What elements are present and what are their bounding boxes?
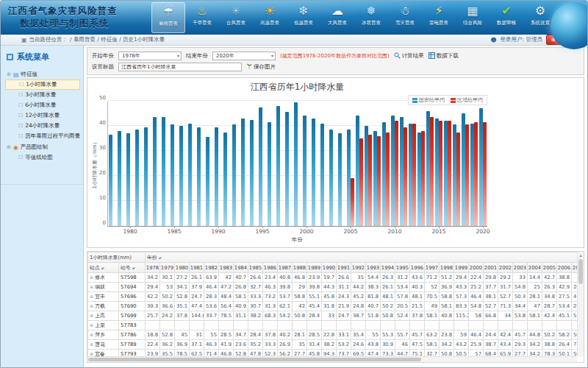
expand-icon[interactable]: ⊕ [7,71,11,77]
year-column-header[interactable]: 2007 [572,263,577,273]
value-cell: 24.7 [190,292,204,302]
year-column-header[interactable]: 1998 [440,263,454,273]
year-column-header[interactable]: 2006 [557,263,572,273]
year-column-header[interactable]: 2005 [542,263,557,273]
year-column-header[interactable]: 1978 [146,263,160,273]
value-cell: 45 [175,330,190,340]
sidebar-item[interactable]: ☐24小时降水量 [5,121,80,131]
checkbox-icon[interactable]: ☐ [18,92,23,98]
year-column-header[interactable]: 2004 [528,263,542,273]
station-name-cell[interactable]: ⊕ 宜丰 [88,292,119,302]
expand-row-icon[interactable]: ⊕ [90,342,93,347]
station-name-cell[interactable]: ⊕ 修水 [88,273,119,283]
toolbar-item-data-review[interactable]: ✔数据审核 [490,2,523,33]
station-column-header[interactable]: 站点 ▴▾ [88,263,119,273]
expand-row-icon[interactable]: ⊕ [90,275,93,280]
toolbar-item-composite-risk[interactable]: ▦综合风险 [456,2,490,33]
expand-icon[interactable]: ⊕ [7,144,11,150]
year-column-header[interactable]: 1982 [204,263,219,273]
year-column-header[interactable]: 1987 [278,263,293,273]
sidebar-group-product-mapping[interactable]: ⊕◉产品图绘制 [5,141,80,152]
expand-row-icon[interactable]: ⊕ [90,332,93,337]
expand-row-icon[interactable]: ⊕ [90,303,93,308]
toolbar-item-low-temp[interactable]: ❄低温普查 [287,2,320,33]
sidebar-item[interactable]: ☐12小时降水量 [5,110,80,121]
checkbox-icon[interactable]: ☐ [18,113,23,118]
year-column-header[interactable]: 1983 [219,263,234,273]
toolbar-item-hail[interactable]: ❅冰雹普查 [354,2,388,33]
year-column-header[interactable]: 1984 [234,263,248,273]
toolbar-item-high-temp[interactable]: ☀高温普查 [253,2,287,33]
year-column-header[interactable]: 1995 [395,263,410,273]
end-year-select[interactable]: 2020年▾ [212,52,276,60]
expand-row-icon[interactable]: ⊕ [90,322,93,328]
year-column-header[interactable]: 1991 [337,263,351,273]
station-name-cell[interactable]: ⊕ 万载 [88,302,119,311]
start-year-select[interactable]: 1978年▾ [118,52,182,60]
year-column-header[interactable]: 1979 [160,263,175,273]
year-column-header[interactable]: 1988 [293,263,307,273]
checkbox-icon[interactable]: ☐ [19,82,24,88]
vertical-scroll-thumb[interactable] [578,259,583,284]
checkbox-icon[interactable]: ☐ [18,123,23,129]
station-name-cell[interactable]: ⊕ 上高 [88,311,119,321]
year-dimension-header[interactable]: 年份 ▴▾ [146,252,577,263]
year-column-header[interactable]: 1980 [175,263,190,273]
chart-title-input[interactable] [118,63,242,71]
toolbar-item-lightning[interactable]: ⚡雷电普查 [422,2,456,33]
station-id-column-header[interactable]: 站号 ▴▾ [119,263,146,273]
checkbox-icon[interactable]: ☐ [18,133,23,139]
toolbar-item-settings[interactable]: ⚙系统设置 [523,2,557,33]
year-column-header[interactable]: 1997 [425,263,440,273]
year-column-header[interactable]: 1986 [263,263,278,273]
expand-row-icon[interactable]: ⊕ [90,294,93,299]
toolbar-item-rainstorm[interactable]: ☔暴雨普查 [151,2,185,33]
year-column-header[interactable]: 2000 [469,263,484,273]
station-name-cell[interactable]: ⊕ 铜鼓 [88,283,119,292]
sidebar-group-feature-values[interactable]: ⊕▤特征值 [5,68,80,79]
scroll-up-icon[interactable]: ▴ [578,252,584,258]
year-column-header[interactable]: 1993 [366,263,381,273]
year-column-header[interactable]: 1989 [307,263,322,273]
save-image-button[interactable]: 保存图片 [246,63,276,71]
sidebar-item[interactable]: ☐历年暴雨过程平均雨量 [5,131,80,141]
sidebar-item[interactable]: ☐等值线绘图 [5,152,80,163]
table-horizontal-scrollbar[interactable] [87,356,577,362]
station-name-cell[interactable]: ⊕ 上栗 [88,321,119,330]
year-column-header[interactable]: 1999 [454,263,469,273]
checkbox-icon[interactable]: ☐ [18,155,23,160]
sidebar-item[interactable]: ☐3小时降水量 [5,90,80,100]
expand-row-icon[interactable]: ⊕ [90,351,93,356]
year-column-header[interactable]: 2003 [513,263,528,273]
value-cell: 50.8 [572,330,577,340]
toolbar-item-typhoon[interactable]: ✳台风普查 [219,2,253,33]
year-column-header[interactable]: 1990 [322,263,337,273]
expand-row-icon[interactable]: ⊕ [90,284,93,289]
sidebar-item[interactable]: ☐1小时降水量 [5,79,80,90]
table-vertical-scrollbar[interactable]: ▴ [577,252,584,356]
sort-icon[interactable]: ▴▾ [132,266,135,270]
expand-row-icon[interactable]: ⊕ [90,313,93,318]
station-name-cell[interactable]: ⊕ 莲花 [88,340,119,350]
checkbox-icon[interactable]: ☐ [18,102,23,108]
year-column-header[interactable]: 1996 [410,263,425,273]
year-column-header[interactable]: 2002 [498,263,513,273]
toolbar-item-gale[interactable]: ☁大风普查 [320,2,354,33]
station-name-cell[interactable]: ⊕ 宜春 [88,350,119,357]
bar-group-1985 [170,102,179,226]
horizontal-scroll-thumb[interactable] [88,358,421,361]
year-column-header[interactable]: 1994 [381,263,395,273]
toolbar-item-snow[interactable]: ☃雪灾普查 [388,2,422,33]
value-cell: 30.9 [381,340,395,350]
sort-icon[interactable]: ▴▾ [101,266,104,270]
sidebar-item[interactable]: ☐6小时降水量 [5,100,80,110]
sort-icon[interactable]: ▴▾ [159,255,161,260]
year-column-header[interactable]: 1985 [248,263,263,273]
year-column-header[interactable]: 2001 [484,263,498,273]
station-name-cell[interactable]: ⊕ 萍乡 [88,330,119,340]
year-column-header[interactable]: 1981 [190,263,204,273]
toolbar-item-drought[interactable]: ♨干旱普查 [185,2,219,33]
year-column-header[interactable]: 1992 [351,263,366,273]
calc-result-button[interactable]: 计算结果 [394,52,424,60]
data-download-button[interactable]: 数据下载 [429,52,459,60]
